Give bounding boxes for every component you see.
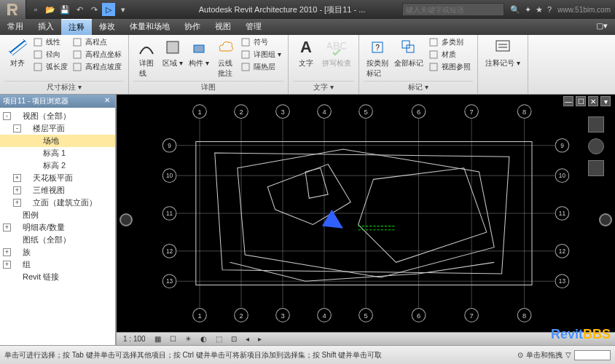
crop-show-icon[interactable]: ⊡ xyxy=(229,335,239,343)
panel-title[interactable]: 文字 ▾ xyxy=(293,81,354,92)
keynote-button[interactable]: 注释记号 ▾ xyxy=(482,36,523,92)
tree-node[interactable]: -视图（全部） xyxy=(0,110,115,122)
filter-count[interactable] xyxy=(574,350,611,360)
expand-icon[interactable]: + xyxy=(3,248,11,256)
tree-node[interactable]: 场地 xyxy=(0,135,115,147)
dim-linear-button[interactable]: 线性 xyxy=(31,36,70,48)
close-icon[interactable]: ✕ xyxy=(102,96,112,106)
visual-style-icon[interactable]: ☐ xyxy=(168,335,179,343)
tab-插入[interactable]: 插入 xyxy=(31,19,61,35)
maximize-icon[interactable]: ☐ xyxy=(576,96,586,106)
qat-undo-icon[interactable]: ↶ xyxy=(73,3,86,16)
panel-title[interactable]: 尺寸标注 ▾ xyxy=(4,81,124,92)
tab-注释[interactable]: 注释 xyxy=(61,19,92,35)
qat-pointer-icon[interactable]: ▷ xyxy=(102,3,115,16)
component-button[interactable]: 构件 ▾ xyxy=(186,36,212,81)
tree-label: 族 xyxy=(23,247,31,258)
drawing-canvas[interactable]: 1122334455667788991010111112121313 xyxy=(117,95,615,332)
ribbon-panel: A文字ABC拼写检查文字 ▾ xyxy=(289,35,359,94)
region-button[interactable]: 区域 ▾ xyxy=(160,36,186,81)
viewref-button[interactable]: 视图参照 xyxy=(426,61,473,73)
tab-常用[interactable]: 常用 xyxy=(0,19,31,35)
favorites-icon[interactable]: ★ xyxy=(536,5,543,15)
tag-cat-icon: ? xyxy=(368,38,387,57)
tree-node[interactable]: +立面（建筑立面） xyxy=(0,197,115,209)
svg-rect-2 xyxy=(34,39,42,46)
group-button[interactable]: 详图组 ▾ xyxy=(238,49,283,60)
project-browser: 项目11 - 项目浏览器 ✕ -视图（全部）-楼层平面场地标高 1标高 2+天花… xyxy=(0,95,117,345)
insul-icon xyxy=(240,62,251,72)
spot-slope-button[interactable]: 高程点坡度 xyxy=(70,61,124,73)
qat-dropdown-icon[interactable]: ▾ xyxy=(117,3,130,16)
quick-access-toolbar: ▫ 📂 💾 ↶ ↷ ▷ ▾ xyxy=(26,3,133,16)
filter-icon[interactable]: ▽ xyxy=(565,351,571,359)
detail-line-button[interactable]: 详图线 xyxy=(133,36,160,81)
detail-level-icon[interactable]: ▦ xyxy=(152,335,163,343)
tree-node[interactable]: +三维视图 xyxy=(0,184,115,197)
tree-node[interactable]: 图例 xyxy=(0,209,115,221)
expand-icon[interactable]: - xyxy=(13,124,21,132)
sun-path-icon[interactable]: ☀ xyxy=(183,335,194,343)
tree-node[interactable]: 图纸（全部） xyxy=(0,234,115,246)
press-drag-icon[interactable]: ⊙ xyxy=(517,351,523,359)
expand-icon[interactable]: - xyxy=(3,112,11,120)
tab-管理[interactable]: 管理 xyxy=(238,19,269,35)
tree-icon xyxy=(33,149,42,158)
tree-node[interactable]: 标高 1 xyxy=(0,147,115,159)
expand-icon[interactable]: + xyxy=(13,199,21,207)
symbol-button[interactable]: 符号 xyxy=(238,36,283,48)
tree-node[interactable]: -楼层平面 xyxy=(0,122,115,135)
insul-button[interactable]: 隔热层 xyxy=(238,61,283,73)
dim-arc-button[interactable]: 弧长度 xyxy=(31,61,70,73)
qat-open-icon[interactable]: 📂 xyxy=(44,3,57,16)
multi-icon xyxy=(428,37,439,47)
watermark-url: www.51bim.com xyxy=(557,6,615,14)
app-menu-button[interactable] xyxy=(0,0,26,19)
qat-new-icon[interactable]: ▫ xyxy=(29,3,42,16)
tab-协作[interactable]: 协作 xyxy=(177,19,208,35)
scroll-left-icon[interactable]: ◂ xyxy=(243,335,251,343)
spot-coord-button[interactable]: 高程点坐标 xyxy=(70,49,124,60)
tab-体量和场地[interactable]: 体量和场地 xyxy=(122,19,177,35)
tag-all-button[interactable]: 全部标记 xyxy=(391,36,426,81)
tree-node[interactable]: Revit 链接 xyxy=(0,271,115,283)
tree-node[interactable]: +明细表/数量 xyxy=(0,221,115,234)
expand-icon[interactable]: + xyxy=(3,223,11,232)
spot-elev-button[interactable]: 高程点 xyxy=(70,36,124,48)
shadows-icon[interactable]: ◐ xyxy=(198,335,209,343)
help-search-input[interactable] xyxy=(402,3,504,16)
tag-cat-button[interactable]: ?按类别标记 xyxy=(364,36,391,81)
ribbon-expand-icon[interactable]: ▢▾ xyxy=(589,19,615,35)
panel-title[interactable]: 标记 ▾ xyxy=(364,81,473,92)
view-menu-icon[interactable]: ▾ xyxy=(600,96,611,106)
help-icon[interactable]: ? xyxy=(547,5,552,15)
svg-marker-96 xyxy=(322,210,343,229)
comm-center-icon[interactable]: ✦ xyxy=(525,5,531,15)
material-button[interactable]: 材质 xyxy=(426,49,473,60)
panel-title[interactable]: 详图 xyxy=(133,81,283,92)
dim-radial-button[interactable]: 径向 xyxy=(31,49,70,60)
expand-icon[interactable]: + xyxy=(3,261,11,269)
scale-selector[interactable]: 1 : 100 xyxy=(121,335,148,343)
tree-node[interactable]: +天花板平面 xyxy=(0,172,115,184)
title-bar: ▫ 📂 💾 ↶ ↷ ▷ ▾ Autodesk Revit Architectur… xyxy=(0,0,615,19)
expand-icon[interactable]: + xyxy=(13,174,21,182)
expand-icon[interactable]: + xyxy=(13,186,21,194)
tab-视图[interactable]: 视图 xyxy=(208,19,238,35)
tree-node[interactable]: +族 xyxy=(0,246,115,258)
text-A-button[interactable]: A文字 xyxy=(293,36,319,81)
close-view-icon[interactable]: ✕ xyxy=(588,96,598,106)
scroll-right-icon[interactable]: ▸ xyxy=(256,335,264,343)
minimize-icon[interactable]: — xyxy=(563,96,573,106)
binoculars-icon[interactable]: 🔍 xyxy=(510,5,520,15)
qat-save-icon[interactable]: 💾 xyxy=(58,3,71,16)
material-icon xyxy=(428,50,439,60)
tree-node[interactable]: +组 xyxy=(0,258,115,271)
multi-button[interactable]: 多类别 xyxy=(426,36,473,48)
cloud-button[interactable]: 云线批注 xyxy=(212,36,238,81)
tab-修改[interactable]: 修改 xyxy=(92,19,122,35)
crop-view-icon[interactable]: ⬚ xyxy=(214,335,224,343)
qat-redo-icon[interactable]: ↷ xyxy=(87,3,101,16)
tree-node[interactable]: 标高 2 xyxy=(0,159,115,172)
dim-align-button[interactable]: 对齐 xyxy=(4,36,31,81)
